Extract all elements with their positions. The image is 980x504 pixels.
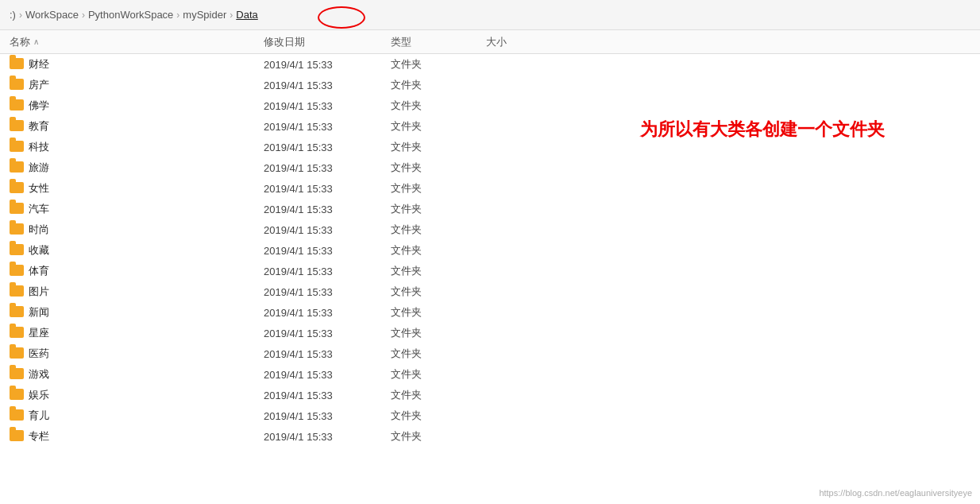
file-name: 体育 (29, 264, 264, 278)
file-date: 2019/4/1 15:33 (264, 142, 391, 153)
file-area: 名称 ∧ 修改日期 类型 大小 为所以有大类各创建一个文件夹 财经 2019/4… (0, 30, 980, 504)
folder-icon (10, 265, 24, 276)
data-annotation-circle (318, 6, 365, 29)
file-type: 文件夹 (391, 161, 486, 175)
table-row[interactable]: 女性 2019/4/1 15:33 文件夹 (0, 178, 980, 199)
file-name: 星座 (29, 326, 264, 340)
breadcrumb-label-python: PythonWorkSpace (88, 9, 173, 21)
col-date-label: 修改日期 (264, 36, 305, 48)
folder-icon-container (10, 347, 24, 360)
table-row[interactable]: 佛学 2019/4/1 15:33 文件夹 (0, 95, 980, 116)
file-name: 育儿 (29, 409, 264, 423)
table-row[interactable]: 教育 2019/4/1 15:33 文件夹 (0, 116, 980, 137)
file-name: 新闻 (29, 305, 264, 320)
table-row[interactable]: 收藏 2019/4/1 15:33 文件夹 (0, 240, 980, 261)
breadcrumb-python[interactable]: PythonWorkSpace (88, 9, 173, 21)
file-type: 文件夹 (391, 223, 486, 237)
file-type: 文件夹 (391, 347, 486, 361)
column-headers: 名称 ∧ 修改日期 类型 大小 (0, 30, 980, 54)
folder-icon-container (10, 430, 24, 443)
folder-icon-container (10, 389, 24, 401)
file-date: 2019/4/1 15:33 (264, 183, 391, 195)
folder-icon-container (10, 203, 24, 215)
breadcrumb-sep-0: › (19, 10, 22, 21)
breadcrumb-label-workspace: WorkSpace (25, 9, 79, 21)
breadcrumb-data[interactable]: Data (236, 9, 257, 21)
file-type: 文件夹 (391, 181, 486, 196)
file-type: 文件夹 (391, 409, 486, 423)
file-type: 文件夹 (391, 367, 486, 382)
table-row[interactable]: 房产 2019/4/1 15:33 文件夹 (0, 75, 980, 95)
file-name: 医药 (29, 347, 264, 361)
col-header-size[interactable]: 大小 (486, 35, 565, 49)
table-row[interactable]: 医药 2019/4/1 15:33 文件夹 (0, 343, 980, 364)
file-name: 教育 (29, 119, 264, 134)
folder-icon-container (10, 306, 24, 319)
file-type: 文件夹 (391, 57, 486, 72)
watermark: https://blog.csdn.net/eaglauniversityeye (819, 488, 972, 498)
file-name: 图片 (29, 285, 264, 299)
table-row[interactable]: 娱乐 2019/4/1 15:33 文件夹 (0, 385, 980, 405)
file-name: 财经 (29, 57, 264, 72)
file-type: 文件夹 (391, 119, 486, 134)
sort-arrow-icon: ∧ (33, 37, 39, 46)
folder-icon-container (10, 161, 24, 174)
file-type: 文件夹 (391, 243, 486, 258)
file-date: 2019/4/1 15:33 (264, 79, 391, 91)
table-row[interactable]: 新闻 2019/4/1 15:33 文件夹 (0, 302, 980, 323)
file-name: 女性 (29, 181, 264, 196)
breadcrumb-spider[interactable]: mySpider (183, 9, 226, 21)
folder-icon (10, 141, 24, 152)
table-row[interactable]: 旅游 2019/4/1 15:33 文件夹 (0, 157, 980, 178)
file-name: 佛学 (29, 99, 264, 113)
table-row[interactable]: 育儿 2019/4/1 15:33 文件夹 (0, 405, 980, 426)
file-date: 2019/4/1 15:33 (264, 390, 391, 401)
breadcrumb-workspace[interactable]: WorkSpace (25, 9, 79, 21)
folder-icon (10, 58, 24, 69)
folder-icon (10, 430, 24, 441)
folder-icon-container (10, 182, 24, 195)
col-header-type[interactable]: 类型 (391, 35, 486, 49)
file-date: 2019/4/1 15:33 (264, 328, 391, 339)
folder-icon (10, 285, 24, 297)
table-row[interactable]: 汽车 2019/4/1 15:33 文件夹 (0, 199, 980, 219)
folder-icon-container (10, 285, 24, 298)
file-date: 2019/4/1 15:33 (264, 245, 391, 257)
folder-icon (10, 327, 24, 338)
breadcrumb-sep-3: › (230, 10, 233, 21)
file-date: 2019/4/1 15:33 (264, 307, 391, 319)
file-date: 2019/4/1 15:33 (264, 204, 391, 215)
file-date: 2019/4/1 15:33 (264, 266, 391, 277)
folder-icon (10, 79, 24, 90)
table-row[interactable]: 财经 2019/4/1 15:33 文件夹 (0, 54, 980, 75)
folder-icon (10, 161, 24, 173)
breadcrumb-sep-1: › (82, 10, 85, 21)
table-row[interactable]: 专栏 2019/4/1 15:33 文件夹 (0, 426, 980, 447)
breadcrumb-label-data: Data (236, 9, 257, 21)
col-header-name[interactable]: 名称 ∧ (10, 35, 264, 49)
file-date: 2019/4/1 15:33 (264, 162, 391, 174)
table-row[interactable]: 科技 2019/4/1 15:33 文件夹 (0, 137, 980, 157)
breadcrumb-label-spider: mySpider (183, 9, 226, 21)
breadcrumb-root[interactable]: :) (10, 9, 16, 21)
folder-icon (10, 120, 24, 131)
table-row[interactable]: 游戏 2019/4/1 15:33 文件夹 (0, 364, 980, 385)
folder-icon-container (10, 120, 24, 133)
file-name: 游戏 (29, 367, 264, 382)
table-row[interactable]: 星座 2019/4/1 15:33 文件夹 (0, 323, 980, 343)
folder-icon-container (10, 244, 24, 257)
file-name: 专栏 (29, 429, 264, 444)
folder-icon (10, 389, 24, 400)
folder-icon (10, 347, 24, 359)
breadcrumb-label-root: :) (10, 9, 16, 21)
col-header-date[interactable]: 修改日期 (264, 35, 391, 49)
file-date: 2019/4/1 15:33 (264, 369, 391, 381)
table-row[interactable]: 体育 2019/4/1 15:33 文件夹 (0, 261, 980, 281)
file-date: 2019/4/1 15:33 (264, 431, 391, 443)
breadcrumb-bar: :) › WorkSpace › PythonWorkSpace › mySpi… (0, 0, 980, 30)
folder-icon (10, 368, 24, 379)
table-row[interactable]: 时尚 2019/4/1 15:33 文件夹 (0, 219, 980, 240)
table-row[interactable]: 图片 2019/4/1 15:33 文件夹 (0, 281, 980, 302)
folder-icon-container (10, 99, 24, 112)
folder-icon (10, 182, 24, 193)
